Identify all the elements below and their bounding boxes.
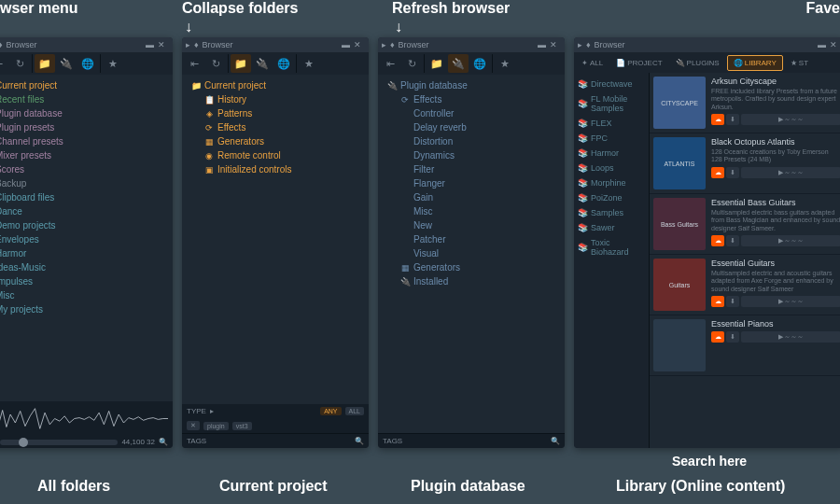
tree-item[interactable]: Harmor [0,246,173,260]
tree-item[interactable]: Delay reverb [378,120,565,134]
collapse-icon[interactable]: ⇤ [0,54,8,73]
globe-icon[interactable]: 🌐 [77,54,98,73]
soundcloud-icon[interactable]: ☁ [711,331,724,343]
tags-row[interactable]: TAGS🔍 [182,433,369,448]
titlebar[interactable]: ▸♦Browser▬✕ [0,37,173,52]
plug-icon[interactable]: 🔌 [448,54,469,73]
collapse-icon[interactable]: ⇤ [380,54,400,73]
tree-item[interactable]: Flanger [378,176,565,190]
tree-item[interactable]: ◈Patterns [182,106,369,120]
globe-icon[interactable]: 🌐 [469,54,490,73]
search-icon[interactable]: 🔍 [159,438,168,446]
tree-item[interactable]: 📋History [182,92,369,106]
tree-header[interactable]: 🔌Plugin database [378,78,565,92]
download-icon[interactable]: ⬇ [726,167,739,178]
play-icon[interactable]: ▶ ～～～ [741,235,840,246]
tab-all[interactable]: ✦ ALL [576,56,609,70]
tree-item[interactable]: ▦Generators [182,134,369,148]
tree-header[interactable]: 📁Current project [182,78,369,92]
globe-icon[interactable]: 🌐 [273,54,294,73]
sidebar-item[interactable]: 📚Directwave [574,77,649,91]
play-icon[interactable]: ▶ ～～～ [741,167,840,178]
tree-item[interactable]: Demo projects [0,218,173,232]
tree-item[interactable]: Controller [378,106,565,120]
tree-item[interactable]: Patcher [378,232,565,246]
star-icon[interactable]: ★ [103,54,123,73]
soundcloud-icon[interactable]: ☁ [711,114,724,125]
tree-item[interactable]: Dance [0,204,173,218]
search-icon[interactable]: 🔍 [355,437,364,445]
folder-icon[interactable]: 📁 [427,54,447,73]
tree-effects[interactable]: ⟳Effects [378,92,565,106]
tree-item[interactable]: Misc [378,204,565,218]
sidebar-item[interactable]: 📚FLEX [574,116,649,131]
download-icon[interactable]: ⬇ [726,235,739,246]
play-icon[interactable]: ▶ ～～～ [741,296,840,307]
tree-item[interactable]: Visual [378,246,565,260]
tree-item[interactable]: Current project [0,78,173,92]
soundcloud-icon[interactable]: ☁ [711,167,724,178]
soundcloud-icon[interactable]: ☁ [711,235,724,246]
library-item[interactable]: ATLANTISBlack Octopus Atlantis128 Oceani… [650,133,840,194]
tree-item[interactable]: Impulses [0,274,173,288]
library-item[interactable]: CITYSCAPEArksun CityscapeFREE included l… [650,73,840,133]
tree-item[interactable]: ▣Initialized controls [182,162,369,176]
tree-item[interactable]: Recent files [0,92,173,106]
star-icon[interactable]: ★ [495,54,515,73]
waveform-preview[interactable]: ▶44,100 32🔍 [0,401,173,448]
tab-project[interactable]: 📄 PROJECT [610,56,667,70]
tree-item[interactable]: Misc [0,288,173,302]
tree-item[interactable]: Ideas-Music [0,260,173,274]
download-icon[interactable]: ⬇ [726,114,739,125]
tree-item[interactable]: ◉Remote control [182,148,369,162]
tab-plugins[interactable]: 🔌 PLUGINS [670,56,725,70]
tree-item[interactable]: Dynamics [378,148,565,162]
tree-generators[interactable]: ▦Generators [378,260,565,274]
tree-item[interactable]: Plugin presets [0,120,173,134]
tree-item[interactable]: Envelopes [0,232,173,246]
chip-x[interactable]: ✕ [187,421,200,430]
refresh-icon[interactable]: ↻ [401,54,422,73]
sidebar-item[interactable]: 📚Harmor [574,146,649,161]
refresh-icon[interactable]: ↻ [9,54,30,73]
tags-row[interactable]: TAGS🔍 [378,433,565,448]
tab-star[interactable]: ★ ST [785,56,814,70]
sidebar-item[interactable]: 📚FPC [574,131,649,146]
plug-icon[interactable]: 🔌 [56,54,77,73]
tree-item[interactable]: New [378,218,565,232]
seek-slider[interactable] [0,440,118,445]
tree-item[interactable]: Filter [378,162,565,176]
library-item[interactable]: Bass GuitarsEssential Bass GuitarsMultis… [650,194,840,255]
sidebar-item[interactable]: 📚Samples [574,205,649,220]
folder-icon[interactable]: 📁 [231,54,251,73]
sidebar-item[interactable]: 📚Morphine [574,175,649,190]
library-item[interactable]: Essential Pianos☁⬇▶ ～～～ [650,315,840,376]
titlebar[interactable]: ▸♦Browser▬✕ [574,37,840,52]
library-item[interactable]: GuitarsEssential GuitarsMultisampled ele… [650,255,840,315]
tree-item[interactable]: Scores [0,162,173,176]
plug-icon[interactable]: 🔌 [252,54,273,73]
tree-item[interactable]: My projects [0,302,173,316]
search-icon[interactable]: 🔍 [551,437,560,445]
sidebar-item[interactable]: 📚PoiZone [574,190,649,205]
titlebar[interactable]: ▸♦Browser▬✕ [182,37,369,52]
tree-item[interactable]: Backup [0,176,173,190]
tree-item[interactable]: Clipboard files [0,190,173,204]
tab-library[interactable]: 🌐 LIBRARY [727,55,783,71]
sidebar-item[interactable]: 📚FL Mobile Samples [574,91,649,116]
collapse-icon[interactable]: ⇤ [184,54,204,73]
play-icon[interactable]: ▶ ～～～ [741,331,840,343]
tree-item[interactable]: Distortion [378,134,565,148]
soundcloud-icon[interactable]: ☁ [711,296,724,307]
sidebar-item[interactable]: 📚Loops [574,161,649,175]
sidebar-item[interactable]: 📚Toxic Biohazard [574,235,649,259]
folder-icon[interactable]: 📁 [35,54,55,73]
play-icon[interactable]: ▶ ～～～ [741,114,840,125]
tree-item[interactable]: Gain [378,190,565,204]
tree-item[interactable]: ⟳Effects [182,120,369,134]
tree-installed[interactable]: 🔌Installed [378,274,565,288]
tree-item[interactable]: Mixer presets [0,148,173,162]
download-icon[interactable]: ⬇ [726,296,739,307]
download-icon[interactable]: ⬇ [726,331,739,343]
tree-item[interactable]: Channel presets [0,134,173,148]
